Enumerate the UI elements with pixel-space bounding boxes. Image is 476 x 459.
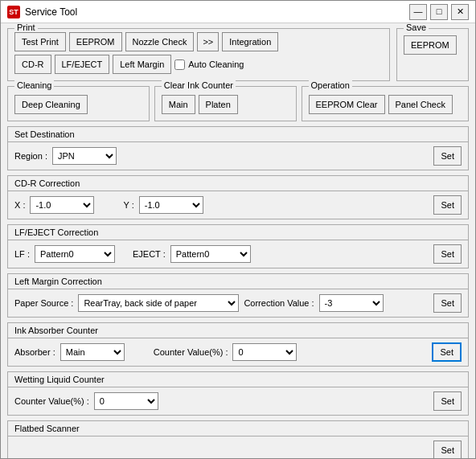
- main-counter-button[interactable]: Main: [162, 95, 195, 114]
- paper-source-select[interactable]: RearTray, back side of paper FrontTray M…: [78, 294, 239, 312]
- ink-absorber-section: Ink Absorber Counter Absorber : Main Pla…: [7, 322, 469, 367]
- lf-select[interactable]: Pattern0 Pattern1 Pattern2: [35, 245, 115, 263]
- save-content: EEPROM: [404, 35, 462, 55]
- print-save-row: Print Test Print EEPROM Nozzle Check >> …: [7, 28, 469, 81]
- y-label: Y :: [123, 200, 133, 210]
- set-destination-button[interactable]: Set: [433, 146, 462, 166]
- set-destination-label: Set Destination: [14, 129, 75, 139]
- platen-counter-button[interactable]: Platen: [199, 95, 238, 114]
- deep-cleaning-button[interactable]: Deep Cleaning: [14, 95, 88, 114]
- cdr-correction-content: X : -1.0 0.0 1.0 Y : -1.0 0.0 1.0 Set: [8, 191, 468, 219]
- wetting-liquid-label: Wetting Liquid Counter: [14, 375, 105, 384]
- operation-group-label: Operation: [309, 80, 352, 90]
- cleaning-group: Cleaning Deep Cleaning: [7, 86, 150, 121]
- cdr-correction-label: CD-R Correction: [14, 178, 80, 188]
- three-groups-row: Cleaning Deep Cleaning Clear Ink Counter…: [7, 86, 469, 121]
- flatbed-scanner-set-button[interactable]: Set: [433, 441, 462, 458]
- left-margin-correction-header: Left Margin Correction: [8, 274, 468, 289]
- correction-value-label: Correction Value :: [244, 298, 314, 308]
- y-select[interactable]: -1.0 0.0 1.0: [139, 196, 203, 214]
- clear-ink-group: Clear Ink Counter Main Platen: [154, 86, 297, 121]
- ink-absorber-label: Ink Absorber Counter: [14, 326, 98, 335]
- cdr-correction-header: CD-R Correction: [8, 176, 468, 191]
- lf-eject-set-button[interactable]: Set: [433, 244, 462, 264]
- ink-absorber-set-button[interactable]: Set: [432, 342, 462, 362]
- auto-cleaning-text: Auto Cleaning: [188, 59, 244, 69]
- print-row1: Test Print EEPROM Nozzle Check >> Integr…: [14, 32, 383, 51]
- left-margin-correction-section: Left Margin Correction Paper Source : Re…: [7, 273, 469, 318]
- paper-source-label: Paper Source :: [14, 298, 73, 308]
- save-group-label: Save: [404, 23, 429, 32]
- eject-label: EJECT :: [133, 249, 166, 259]
- set-destination-header: Set Destination: [8, 127, 468, 142]
- close-button[interactable]: ✕: [451, 4, 469, 20]
- region-label: Region :: [14, 151, 47, 161]
- eeprom-save-button[interactable]: EEPROM: [404, 35, 457, 55]
- set-destination-content: Region : JPN USA EUR Set: [8, 142, 468, 170]
- app-icon-text: ST: [9, 8, 18, 16]
- auto-cleaning-label: Auto Cleaning: [174, 59, 244, 70]
- cdr-button[interactable]: CD-R: [14, 55, 51, 74]
- left-margin-correction-label: Left Margin Correction: [14, 277, 102, 286]
- operation-content: EEPROM Clear Panel Check: [309, 95, 462, 114]
- print-group: Print Test Print EEPROM Nozzle Check >> …: [7, 28, 390, 81]
- set-destination-section: Set Destination Region : JPN USA EUR Set: [7, 126, 469, 170]
- clear-ink-group-label: Clear Ink Counter: [162, 80, 236, 90]
- wetting-liquid-set-button[interactable]: Set: [433, 391, 462, 411]
- eject-select[interactable]: Pattern0 Pattern1 Pattern2: [170, 245, 251, 263]
- eeprom-clear-button[interactable]: EEPROM Clear: [309, 95, 385, 114]
- cleaning-content: Deep Cleaning: [14, 95, 142, 114]
- ink-counter-select[interactable]: 0 10 20: [232, 343, 297, 361]
- wetting-liquid-section: Wetting Liquid Counter Counter Value(%) …: [7, 371, 469, 416]
- operation-group: Operation EEPROM Clear Panel Check: [302, 86, 470, 121]
- flatbed-scanner-header: Flatbed Scanner: [8, 421, 468, 436]
- clear-ink-content: Main Platen: [162, 95, 289, 114]
- lf-eject-correction-content: LF : Pattern0 Pattern1 Pattern2 EJECT : …: [8, 240, 468, 268]
- app-icon: ST: [7, 6, 20, 18]
- panel-check-button[interactable]: Panel Check: [388, 95, 453, 114]
- minimize-button[interactable]: —: [409, 4, 427, 20]
- maximize-button[interactable]: □: [430, 4, 448, 20]
- left-margin-correction-content: Paper Source : RearTray, back side of pa…: [8, 289, 468, 317]
- print-group-label: Print: [14, 23, 38, 32]
- ink-absorber-content: Absorber : Main Platen Counter Value(%) …: [8, 338, 468, 366]
- left-margin-set-button[interactable]: Set: [433, 293, 462, 313]
- absorber-select[interactable]: Main Platen: [60, 343, 125, 361]
- ink-counter-value-label: Counter Value(%) :: [154, 347, 228, 357]
- eeprom-print-button[interactable]: EEPROM: [69, 32, 122, 51]
- wetting-liquid-header: Wetting Liquid Counter: [8, 372, 468, 387]
- region-select[interactable]: JPN USA EUR: [52, 147, 117, 165]
- title-bar: ST Service Tool — □ ✕: [1, 1, 475, 23]
- window-title: Service Tool: [25, 6, 404, 18]
- flatbed-scanner-section: Flatbed Scanner Set: [7, 420, 469, 458]
- cdr-correction-section: CD-R Correction X : -1.0 0.0 1.0 Y : -1.…: [7, 175, 469, 219]
- lf-eject-correction-header: LF/EJECT Correction: [8, 225, 468, 240]
- arrow-button[interactable]: >>: [197, 32, 219, 51]
- cdr-correction-set-button[interactable]: Set: [433, 195, 462, 215]
- wetting-counter-select[interactable]: 0 10 20: [94, 392, 158, 410]
- flatbed-scanner-content: Set: [8, 436, 468, 458]
- nozzle-check-button[interactable]: Nozzle Check: [125, 32, 195, 51]
- lf-eject-button[interactable]: LF/EJECT: [55, 55, 110, 74]
- integration-button[interactable]: Integration: [222, 32, 278, 51]
- wetting-liquid-content: Counter Value(%) : 0 10 20 Set: [8, 387, 468, 415]
- lf-label: LF :: [14, 249, 30, 259]
- window-controls: — □ ✕: [409, 4, 469, 20]
- wetting-counter-value-label: Counter Value(%) :: [14, 396, 89, 406]
- main-window: ST Service Tool — □ ✕ Print Test Print E…: [0, 0, 476, 459]
- main-content: Print Test Print EEPROM Nozzle Check >> …: [1, 23, 475, 458]
- correction-value-select[interactable]: -3 -2 -1 0: [319, 294, 384, 312]
- absorber-label: Absorber :: [14, 347, 55, 357]
- ink-absorber-header: Ink Absorber Counter: [8, 323, 468, 338]
- cleaning-group-label: Cleaning: [14, 80, 54, 90]
- print-row2: CD-R LF/EJECT Left Margin Auto Cleaning: [14, 55, 383, 74]
- x-select[interactable]: -1.0 0.0 1.0: [30, 196, 94, 214]
- lf-eject-correction-section: LF/EJECT Correction LF : Pattern0 Patter…: [7, 224, 469, 268]
- save-group: Save EEPROM: [396, 28, 469, 81]
- test-print-button[interactable]: Test Print: [14, 32, 66, 51]
- auto-cleaning-checkbox[interactable]: [174, 59, 185, 70]
- x-label: X :: [14, 200, 25, 210]
- left-margin-button[interactable]: Left Margin: [113, 55, 171, 74]
- lf-eject-correction-label: LF/EJECT Correction: [14, 227, 98, 237]
- flatbed-scanner-label: Flatbed Scanner: [14, 424, 80, 433]
